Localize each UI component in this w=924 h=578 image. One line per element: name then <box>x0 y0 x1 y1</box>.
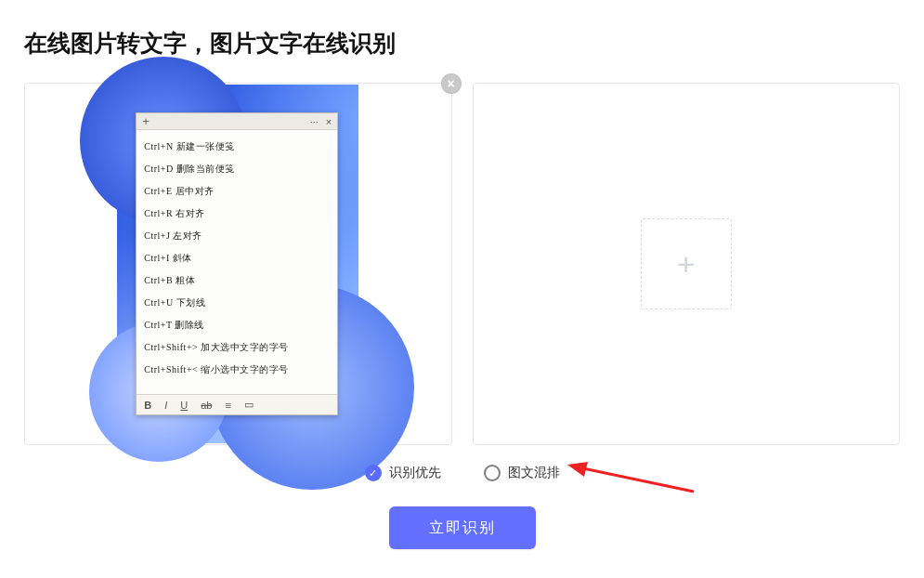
option-mixed-layout[interactable]: 图文混排 <box>484 465 560 481</box>
more-icon: ··· <box>310 116 319 127</box>
plus-icon: + <box>677 246 696 282</box>
shortcut-line: Ctrl+E 居中对齐 <box>144 180 330 203</box>
shortcut-line: Ctrl+N 新建一张便笺 <box>144 136 330 158</box>
radio-selected-icon: ✓ <box>365 465 382 481</box>
recognize-button[interactable]: 立即识别 <box>389 506 536 549</box>
remove-image-button[interactable]: × <box>442 74 461 93</box>
note-body: Ctrl+N 新建一张便笺 Ctrl+D 删除当前便笺 Ctrl+E 居中对齐 … <box>137 130 337 394</box>
add-image-dropzone[interactable]: + <box>641 218 732 309</box>
underline-icon: U <box>180 400 188 411</box>
note-titlebar: + ··· × <box>137 113 337 130</box>
shortcut-line: Ctrl+J 左对齐 <box>144 225 330 247</box>
list-icon: ≡ <box>225 400 230 411</box>
plus-icon: + <box>142 114 150 128</box>
shortcut-line: Ctrl+I 斜体 <box>144 247 330 269</box>
option-label: 图文混排 <box>508 465 560 481</box>
panel-row: × + ··· × Ctrl+N 新建一张便笺 Ctrl+D <box>24 83 900 445</box>
shortcut-line: Ctrl+T 删除线 <box>144 314 330 336</box>
note-toolbar: B I U ab ≡ ▭ <box>137 394 337 414</box>
shortcut-line: Ctrl+Shift+> 加大选中文字的字号 <box>144 336 330 359</box>
image-icon: ▭ <box>244 399 254 411</box>
italic-icon: I <box>164 400 167 411</box>
svg-marker-1 <box>567 462 588 477</box>
sticky-note-window: + ··· × Ctrl+N 新建一张便笺 Ctrl+D 删除当前便笺 Ctrl… <box>136 112 338 415</box>
option-label: 识别优先 <box>389 465 441 481</box>
shortcut-line: Ctrl+U 下划线 <box>144 292 330 314</box>
svg-line-0 <box>579 467 694 492</box>
shortcut-line: Ctrl+Shift+< 缩小选中文字的字号 <box>144 359 330 381</box>
bold-icon: B <box>144 400 151 411</box>
source-image-panel: × + ··· × Ctrl+N 新建一张便笺 Ctrl+D <box>24 83 452 445</box>
shortcut-line: Ctrl+R 右对齐 <box>144 203 330 225</box>
recognition-options: ✓ 识别优先 图文混排 <box>24 460 900 486</box>
add-image-panel[interactable]: + <box>473 83 901 445</box>
radio-unselected-icon <box>484 465 501 481</box>
strikethrough-icon: ab <box>201 400 212 411</box>
shortcut-line: Ctrl+D 删除当前便笺 <box>144 158 330 180</box>
uploaded-image: + ··· × Ctrl+N 新建一张便笺 Ctrl+D 删除当前便笺 Ctrl… <box>117 85 358 443</box>
close-icon: × <box>326 116 332 127</box>
option-recognition-first[interactable]: ✓ 识别优先 <box>365 465 441 481</box>
annotation-arrow-icon <box>566 462 696 493</box>
page-title: 在线图片转文字，图片文字在线识别 <box>24 28 900 59</box>
shortcut-line: Ctrl+B 粗体 <box>144 269 330 292</box>
